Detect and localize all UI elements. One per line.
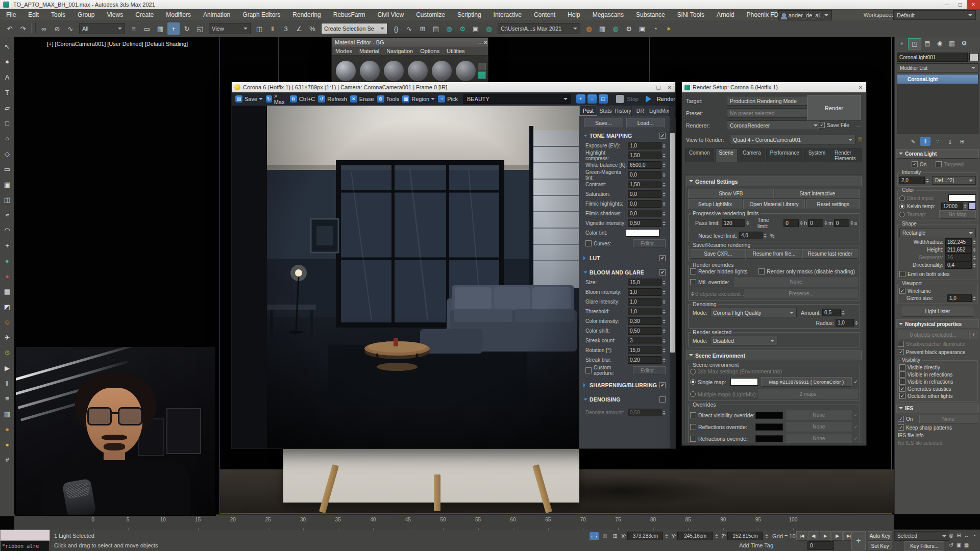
visibility-checkbox[interactable] (899, 364, 905, 370)
value-field[interactable]: 1,0 (628, 308, 662, 315)
start-interactive-button[interactable]: Start interactive (775, 189, 861, 198)
denoise-amount-field[interactable]: 0,5 (822, 309, 841, 316)
curves-checkbox[interactable] (585, 240, 592, 246)
gizmo-size-field[interactable]: 1,0 (947, 294, 972, 302)
layer-manager-icon[interactable]: ▤ (430, 22, 442, 35)
absolute-mode-icon[interactable]: ⊞ (611, 532, 619, 540)
max-settings-radio[interactable] (690, 369, 696, 374)
motion-tab[interactable]: ◉ (934, 38, 946, 48)
menu-item[interactable]: Megascans (586, 9, 630, 20)
spinner[interactable] (663, 308, 666, 315)
sini-icon[interactable]: ◍ (609, 22, 622, 35)
spinner[interactable] (663, 162, 666, 169)
render-iterative-icon[interactable]: ◍ (583, 22, 595, 35)
render-setup-tab[interactable]: Camera (739, 148, 765, 162)
general-settings-rollout[interactable]: General Settings (687, 177, 862, 186)
set-key-button[interactable]: Set Key (868, 541, 892, 551)
open-explorer-icon[interactable]: ▦ (596, 22, 608, 35)
spinner[interactable] (663, 279, 666, 286)
ies-on-checkbox[interactable] (898, 416, 904, 422)
pause-icon[interactable]: ‖ (2, 378, 13, 389)
value-field[interactable]: 182,245 (945, 238, 972, 246)
sign-in-badge[interactable]: ander_de_al... (778, 10, 832, 20)
minimize-button[interactable]: — (642, 85, 653, 90)
custom-aperture-checkbox[interactable] (585, 367, 592, 373)
vfb-titlebar[interactable]: Corona 6 (Hotfix 1) | 631×789px (1:1) | … (232, 82, 675, 92)
menu-item[interactable]: File (0, 9, 22, 20)
pass-limit-field[interactable]: 120 (722, 219, 745, 227)
menu-item[interactable]: Create (129, 9, 160, 20)
previous-frame-button[interactable]: ◀| (808, 531, 819, 541)
display-tab[interactable]: ▥ (946, 38, 958, 48)
render-setup-tab[interactable]: Common (685, 148, 714, 162)
next-frame-button[interactable]: |▶ (831, 531, 843, 541)
color-tint-swatch[interactable] (626, 229, 659, 237)
noise-limit-field[interactable]: 4,0 (739, 232, 763, 239)
material-editor-menu-item[interactable]: Material (356, 48, 383, 54)
denoising-rollout[interactable]: DENOISING (579, 394, 670, 405)
slot-tool-button[interactable] (478, 71, 486, 79)
tone-mapping-rollout[interactable]: TONE MAPPING (579, 131, 670, 141)
vfb-tab[interactable]: Post (579, 106, 597, 116)
wireframe-checkbox[interactable] (899, 288, 905, 294)
material-slot[interactable] (384, 61, 404, 81)
material-editor-menu-item[interactable]: Options (416, 48, 443, 54)
spinner[interactable] (663, 337, 666, 344)
render-hidden-lights-checkbox[interactable] (690, 268, 696, 274)
menu-item[interactable]: Graph Editors (236, 9, 286, 20)
spinner[interactable] (663, 289, 666, 296)
value-field[interactable]: 15,0 (628, 346, 662, 354)
close-button[interactable]: ✕ (664, 85, 675, 90)
material-slot[interactable] (336, 61, 356, 81)
resume-from-file-button[interactable]: Resume from file... (747, 249, 802, 259)
kelvin-temp-radio[interactable] (899, 204, 905, 209)
texmap-button[interactable]: No Map (939, 210, 976, 219)
direct-input-radio[interactable] (899, 195, 905, 201)
override-map-button[interactable]: None (786, 422, 852, 432)
render-only-masks-checkbox[interactable] (758, 268, 765, 274)
menu-item[interactable]: Animation (197, 9, 236, 20)
corona-light-rollout[interactable]: Corona Light (896, 149, 979, 159)
render-button[interactable]: Render (807, 95, 861, 121)
zoom-out-icon[interactable]: − (587, 94, 597, 104)
pan-icon[interactable]: ↔ (963, 531, 970, 540)
modifier-stack[interactable]: CoronaLight (897, 74, 978, 134)
grid-icon[interactable]: ▦ (2, 408, 13, 419)
single-map-radio[interactable] (690, 379, 696, 385)
orbit-icon[interactable]: ↺ (947, 540, 955, 549)
value-field[interactable]: 0,50 (628, 409, 662, 416)
selection-filter-dropdown[interactable]: All (79, 23, 125, 34)
create-tab[interactable]: + (896, 38, 908, 48)
map-enabled-check-icon[interactable]: ✓ (854, 379, 858, 385)
value-field[interactable]: 0,4 (945, 261, 972, 269)
text-t-icon[interactable]: T (2, 87, 13, 98)
intensity-units-dropdown[interactable]: Def...^2) (932, 176, 976, 185)
key-selection-dropdown[interactable]: Selected (894, 531, 949, 541)
spinner[interactable] (663, 201, 666, 208)
yellow-icon[interactable]: ● (2, 439, 13, 450)
unlink-icon[interactable]: ⊘ (51, 22, 63, 35)
spinner[interactable] (663, 210, 666, 217)
spinner[interactable] (663, 142, 666, 149)
stack-item-coronalight[interactable]: CoronaLight (897, 74, 978, 84)
kelvin-field[interactable]: 12000 (941, 203, 963, 210)
vfb-tab[interactable]: DR (632, 106, 649, 116)
nonphysical-properties-rollout[interactable]: Nonphysical properties (896, 319, 979, 329)
zoom-icon[interactable]: ◎ (947, 531, 955, 540)
menu-item[interactable]: Content (528, 9, 561, 20)
max-button[interactable]: ↻> Max (266, 93, 287, 105)
undo-icon[interactable]: ↶ (4, 22, 16, 35)
targeted-checkbox[interactable] (936, 161, 942, 167)
plane-shape-icon[interactable]: ▱ (2, 102, 13, 113)
star-icon[interactable]: ✶ (2, 56, 13, 67)
tools-button[interactable]: ⚙Tools (377, 93, 400, 105)
menu-item[interactable]: Interactive (487, 9, 528, 20)
mtl-override-button[interactable]: None (734, 277, 858, 287)
override-checkbox[interactable] (690, 412, 696, 418)
render-selected-mode-dropdown[interactable]: Disabled (710, 336, 777, 345)
override-checkbox[interactable] (690, 424, 696, 430)
material-editor-menu-item[interactable]: Utilities (443, 48, 468, 54)
view-dropdown[interactable]: View (209, 23, 251, 34)
value-field[interactable]: 0,0 (628, 200, 662, 208)
value-field[interactable]: 1,0 (628, 142, 662, 149)
